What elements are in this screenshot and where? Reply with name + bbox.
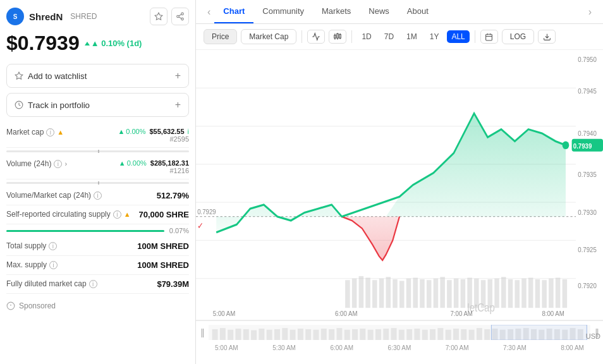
coin-header-icons — [150, 8, 189, 25]
svg-rect-117 — [477, 328, 482, 340]
svg-rect-131 — [491, 325, 587, 340]
svg-rect-86 — [236, 329, 241, 340]
star-button[interactable] — [150, 8, 168, 25]
svg-rect-100 — [344, 329, 350, 339]
volume-row: Volume (24h) i › ▲0.00% $285,182.31 #121… — [6, 155, 189, 179]
svg-point-32 — [563, 141, 570, 149]
svg-rect-92 — [282, 328, 288, 340]
add-watchlist-button[interactable]: Add to watchlist + — [6, 64, 189, 88]
time-1d-button[interactable]: 1D — [357, 30, 375, 43]
volume-rank: #1216 — [119, 167, 189, 174]
tab-news[interactable]: News — [360, 0, 398, 23]
svg-point-3 — [181, 18, 184, 20]
svg-text:0.7929: 0.7929 — [197, 207, 216, 215]
coin-symbol: SHRED — [70, 12, 97, 21]
supply-info-icon[interactable]: i — [113, 210, 121, 219]
svg-rect-85 — [228, 329, 233, 339]
market-cap-label: Market cap i ▲ — [6, 128, 64, 136]
tab-community[interactable]: Community — [253, 0, 313, 23]
portfolio-icon — [15, 100, 23, 109]
mktcap-info2-icon[interactable]: i — [188, 128, 189, 135]
candle-chart-icon[interactable] — [329, 30, 346, 44]
chart-controls: Price Market Cap 1D 7D 1M 1Y ALL LOG — [196, 24, 603, 50]
svg-text:✓: ✓ — [197, 221, 204, 231]
download-icon[interactable] — [538, 30, 556, 44]
supply-value: 70,000 SHRE — [139, 210, 190, 219]
mini-nav-left[interactable]: ‖ — [196, 327, 209, 337]
log-button[interactable]: LOG — [502, 29, 534, 44]
svg-rect-109 — [414, 329, 420, 340]
svg-marker-0 — [155, 13, 162, 20]
stats-section: Market cap i ▲ ▲0.00% $55,632.55 i #2595 — [6, 123, 189, 294]
market-cap-change: ▲0.00% $55,632.55 i — [118, 128, 189, 135]
market-cap-button[interactable]: Market Cap — [241, 29, 296, 44]
time-1y-button[interactable]: 1Y — [425, 30, 444, 43]
svg-rect-87 — [243, 329, 249, 339]
usd-label: USD — [586, 332, 600, 340]
calendar-icon[interactable] — [480, 30, 498, 44]
svg-rect-98 — [329, 329, 334, 339]
market-cap-info-icon[interactable]: i — [46, 128, 54, 136]
svg-point-1 — [181, 13, 184, 15]
time-all-button[interactable]: ALL — [447, 30, 469, 43]
svg-rect-36 — [365, 277, 370, 308]
sponsored-label: Sponsored — [19, 301, 56, 310]
svg-rect-55 — [494, 279, 499, 308]
time-1m-button[interactable]: 1M — [402, 30, 422, 43]
max-supply-info-icon[interactable]: i — [49, 261, 58, 269]
svg-line-4 — [179, 17, 181, 18]
mini-chart-row: ‖ — [196, 320, 603, 343]
fdmc-label: Fully diluted market cap i — [6, 279, 97, 288]
tab-chart[interactable]: Chart — [214, 0, 253, 23]
volume-chevron: › — [64, 160, 67, 167]
svg-rect-90 — [267, 329, 272, 339]
svg-rect-65 — [563, 279, 568, 308]
svg-rect-56 — [501, 277, 506, 308]
volume-info-icon[interactable]: i — [54, 160, 62, 168]
line-chart-icon[interactable] — [307, 30, 325, 44]
main-chart-container[interactable]: letCap 0.7929 ✓ 5:00 AM 6:00 AM 7:00 AM … — [196, 50, 603, 320]
max-supply-label: Max. supply i — [6, 260, 58, 269]
vol-mktcap-info-icon[interactable]: i — [94, 191, 102, 200]
vol-mktcap-row: Volume/Market cap (24h) i 512.79% — [6, 186, 189, 205]
price-change-text: ▲ 0.10% (1d) — [91, 39, 142, 48]
track-portfolio-button[interactable]: Track in portfolio + — [6, 93, 189, 117]
time-7d-button[interactable]: 7D — [380, 30, 398, 43]
svg-rect-34 — [352, 279, 357, 308]
svg-rect-108 — [406, 329, 412, 339]
svg-rect-112 — [437, 328, 443, 340]
vol-mktcap-label: Volume/Market cap (24h) i — [6, 191, 102, 200]
fdmc-info-icon[interactable]: i — [89, 280, 97, 288]
tab-nav-left[interactable]: ‹ — [204, 6, 214, 18]
tab-about[interactable]: About — [398, 0, 437, 23]
max-supply-value: 100M SHRED — [137, 260, 189, 270]
svg-rect-12 — [337, 33, 338, 38]
svg-rect-45 — [427, 280, 432, 308]
left-panel: S ShredN SHRED $0.7939 ▲ 0.10% (1d) Add … — [0, 0, 196, 364]
svg-rect-102 — [360, 329, 365, 340]
svg-rect-35 — [359, 276, 364, 308]
watchlist-label: Add to watchlist — [28, 71, 87, 81]
svg-rect-95 — [305, 329, 311, 339]
separator-1 — [302, 30, 302, 43]
tab-markets[interactable]: Markets — [313, 0, 360, 23]
share-button[interactable] — [171, 8, 189, 25]
supply-warn-icon: ▲ — [124, 210, 131, 218]
bottom-section: ‖ — [196, 320, 603, 364]
total-supply-info-icon[interactable]: i — [49, 242, 57, 250]
svg-rect-91 — [274, 329, 280, 339]
x-label-7am: 7:00 AM — [446, 344, 469, 351]
volume-bar-row — [6, 179, 189, 186]
x-label-5am: 5:00 AM — [215, 344, 238, 351]
price-button[interactable]: Price — [204, 29, 237, 44]
chart-wrapper: letCap 0.7929 ✓ 5:00 AM 6:00 AM 7:00 AM … — [196, 50, 603, 364]
svg-rect-63 — [549, 279, 554, 308]
tab-nav-right[interactable]: › — [585, 6, 595, 18]
svg-text:0.7930: 0.7930 — [578, 208, 597, 216]
svg-rect-111 — [430, 329, 436, 339]
x-label-8am: 8:00 AM — [561, 344, 584, 351]
svg-line-5 — [179, 15, 181, 16]
svg-rect-83 — [212, 329, 218, 339]
svg-rect-115 — [461, 329, 466, 339]
svg-rect-97 — [321, 329, 327, 340]
